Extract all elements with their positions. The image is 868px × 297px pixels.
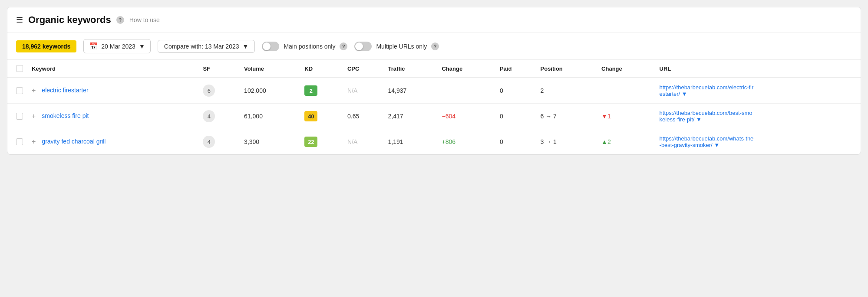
- position-cell: 3 → 1: [536, 129, 597, 155]
- table-row: + electric firestarter 6102,0002N/A14,93…: [7, 78, 861, 104]
- sf-badge-1: 4: [203, 110, 215, 122]
- keyword-link-0[interactable]: electric firestarter: [42, 87, 88, 94]
- kd-cell: 40: [300, 104, 343, 129]
- paid-cell: 0: [495, 104, 536, 129]
- col-url: URL: [655, 60, 861, 78]
- kd-badge-1: 40: [304, 111, 317, 121]
- change-cell: +806: [437, 129, 495, 155]
- how-to-use-link[interactable]: How to use: [129, 16, 160, 23]
- table-row: + gravity fed charcoal grill 43,30022N/A…: [7, 129, 861, 155]
- traffic-change-2: +806: [442, 138, 455, 145]
- sf-badge-2: 4: [203, 136, 215, 148]
- date-label: 20 Mar 2023: [101, 43, 135, 50]
- sf-badge-0: 6: [203, 85, 215, 97]
- multiple-urls-toggle-group: Multiple URLs only ?: [354, 42, 439, 51]
- multiple-urls-label: Multiple URLs only: [376, 43, 427, 50]
- header: ☰ Organic keywords ? How to use: [7, 7, 861, 33]
- volume-cell: 3,300: [240, 129, 300, 155]
- add-keyword-btn-1[interactable]: +: [32, 112, 36, 120]
- keyword-cell: + gravity fed charcoal grill: [27, 129, 198, 155]
- col-volume: Volume: [240, 60, 300, 78]
- multiple-urls-help-icon[interactable]: ?: [431, 42, 439, 50]
- url-text-0: https://thebarbecuelab.com/electric-fire…: [660, 84, 755, 97]
- date-dropdown-icon: ▼: [139, 43, 145, 50]
- kd-cell: 22: [300, 129, 343, 155]
- traffic-cell: 1,191: [384, 129, 438, 155]
- keyword-cell: + smokeless fire pit: [27, 104, 198, 129]
- position-cell: 6 → 7: [536, 104, 597, 129]
- cpc-cell: 0.65: [343, 104, 384, 129]
- sf-cell: 6: [198, 78, 240, 104]
- compare-picker[interactable]: Compare with: 13 Mar 2023 ▼: [158, 40, 255, 53]
- col-change-position: Change: [597, 60, 655, 78]
- col-keyword: Keyword: [27, 60, 198, 78]
- keyword-link-1[interactable]: smokeless fire pit: [42, 112, 89, 119]
- table-header-row: Keyword SF Volume KD CPC Traffic Change …: [7, 60, 861, 78]
- url-dropdown-0[interactable]: ▼: [682, 91, 687, 97]
- help-icon[interactable]: ?: [116, 16, 124, 24]
- table-wrapper: Keyword SF Volume KD CPC Traffic Change …: [7, 60, 861, 154]
- sf-cell: 4: [198, 129, 240, 155]
- change-cell: [437, 78, 495, 104]
- volume-cell: 61,000: [240, 104, 300, 129]
- main-positions-help-icon[interactable]: ?: [340, 42, 347, 50]
- col-checkbox: [7, 60, 27, 78]
- sf-cell: 4: [198, 104, 240, 129]
- row-checkbox-1[interactable]: [16, 113, 23, 120]
- keyword-cell: + electric firestarter: [27, 78, 198, 104]
- col-position: Position: [536, 60, 597, 78]
- cpc-cell: N/A: [343, 78, 384, 104]
- paid-cell: 0: [495, 78, 536, 104]
- url-dropdown-2[interactable]: ▼: [714, 142, 719, 148]
- add-keyword-btn-0[interactable]: +: [32, 87, 36, 95]
- col-change-traffic: Change: [437, 60, 495, 78]
- pos-change-1: ▼1: [601, 113, 611, 120]
- add-keyword-btn-2[interactable]: +: [32, 138, 36, 146]
- cpc-na-0: N/A: [347, 87, 357, 94]
- traffic-cell: 14,937: [384, 78, 438, 104]
- url-text-1: https://thebarbecuelab.com/best-smokeles…: [660, 110, 755, 123]
- paid-cell: 0: [495, 129, 536, 155]
- change-cell: −604: [437, 104, 495, 129]
- col-sf: SF: [198, 60, 240, 78]
- cpc-cell: N/A: [343, 129, 384, 155]
- main-positions-toggle[interactable]: [262, 42, 279, 51]
- table-row: + smokeless fire pit 461,000400.652,417−…: [7, 104, 861, 129]
- position-change-cell: ▲2: [597, 129, 655, 155]
- col-kd: KD: [300, 60, 343, 78]
- row-checkbox-2[interactable]: [16, 138, 23, 145]
- traffic-cell: 2,417: [384, 104, 438, 129]
- compare-dropdown-icon: ▼: [243, 43, 249, 50]
- multiple-urls-toggle[interactable]: [354, 42, 372, 51]
- kd-badge-2: 22: [304, 137, 317, 147]
- kd-badge-0: 2: [304, 85, 317, 96]
- kd-cell: 2: [300, 78, 343, 104]
- keywords-badge: 18,962 keywords: [16, 40, 76, 52]
- calendar-icon: 📅: [89, 42, 98, 50]
- hamburger-icon[interactable]: ☰: [16, 15, 23, 25]
- position-change-cell: [597, 78, 655, 104]
- row-checkbox-0[interactable]: [16, 87, 23, 94]
- traffic-change-1: −604: [442, 113, 455, 120]
- col-cpc: CPC: [343, 60, 384, 78]
- url-cell: https://thebarbecuelab.com/whats-the-bes…: [655, 129, 861, 155]
- select-all-checkbox[interactable]: [16, 65, 23, 72]
- main-positions-toggle-group: Main positions only ?: [262, 42, 347, 51]
- main-container: ☰ Organic keywords ? How to use 18,962 k…: [7, 7, 861, 155]
- position-change-cell: ▼1: [597, 104, 655, 129]
- page-title: Organic keywords: [28, 14, 111, 26]
- url-text-2: https://thebarbecuelab.com/whats-the-bes…: [660, 135, 755, 148]
- col-traffic: Traffic: [384, 60, 438, 78]
- url-cell: https://thebarbecuelab.com/electric-fire…: [655, 78, 861, 104]
- position-cell: 2: [536, 78, 597, 104]
- keywords-table: Keyword SF Volume KD CPC Traffic Change …: [7, 60, 861, 154]
- main-positions-label: Main positions only: [284, 43, 335, 50]
- keyword-link-2[interactable]: gravity fed charcoal grill: [42, 138, 106, 145]
- url-dropdown-1[interactable]: ▼: [696, 116, 702, 123]
- pos-change-2: ▲2: [601, 138, 611, 145]
- url-cell: https://thebarbecuelab.com/best-smokeles…: [655, 104, 861, 129]
- volume-cell: 102,000: [240, 78, 300, 104]
- col-paid: Paid: [495, 60, 536, 78]
- date-picker[interactable]: 📅 20 Mar 2023 ▼: [83, 39, 150, 53]
- toolbar: 18,962 keywords 📅 20 Mar 2023 ▼ Compare …: [7, 33, 861, 60]
